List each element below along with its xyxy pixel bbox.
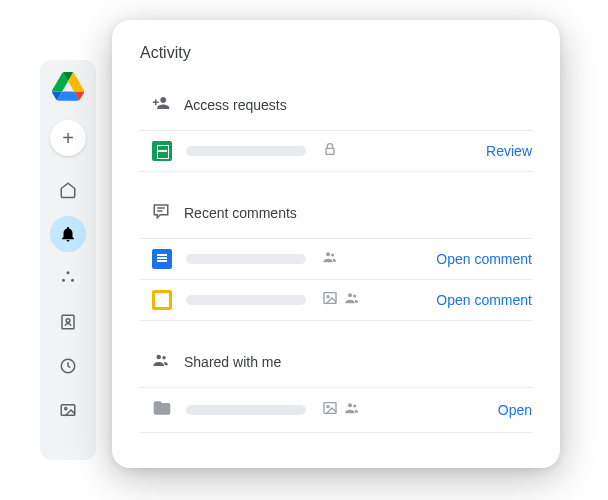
- image-icon: [322, 290, 338, 310]
- person-add-icon: [152, 94, 170, 116]
- folder-icon: [152, 398, 172, 422]
- file-name-placeholder: [186, 254, 306, 264]
- nav-activity[interactable]: [50, 216, 86, 252]
- section-label: Access requests: [184, 97, 287, 113]
- nav-recent[interactable]: [50, 348, 86, 384]
- file-name-placeholder: [186, 295, 306, 305]
- shared-row[interactable]: Open: [140, 387, 532, 433]
- section-header: Shared with me: [140, 343, 532, 387]
- section-access-requests: Access requests Review: [140, 86, 532, 172]
- people-icon: [152, 351, 170, 373]
- svg-point-15: [157, 355, 162, 360]
- comment-icon: [152, 202, 170, 224]
- section-recent-comments: Recent comments Open comment: [140, 194, 532, 321]
- people-icon: [322, 249, 338, 269]
- svg-point-14: [353, 294, 356, 297]
- panel-title: Activity: [140, 44, 532, 62]
- slides-file-icon: [152, 290, 172, 310]
- lock-icon: [322, 141, 338, 161]
- svg-point-10: [331, 253, 334, 256]
- open-comment-action[interactable]: Open comment: [436, 251, 532, 267]
- docs-file-icon: [152, 249, 172, 269]
- section-shared-with-me: Shared with me Open: [140, 343, 532, 433]
- svg-rect-8: [326, 148, 334, 154]
- sidebar-rail: +: [40, 60, 96, 460]
- nav-photos[interactable]: [50, 392, 86, 428]
- add-button[interactable]: +: [50, 120, 86, 156]
- sheets-file-icon: [152, 141, 172, 161]
- open-action[interactable]: Open: [498, 402, 532, 418]
- review-action[interactable]: Review: [486, 143, 532, 159]
- file-name-placeholder: [186, 146, 306, 156]
- section-label: Shared with me: [184, 354, 281, 370]
- svg-point-4: [66, 319, 70, 323]
- svg-rect-11: [324, 293, 336, 304]
- nav-shared-drives[interactable]: [50, 260, 86, 296]
- svg-point-7: [65, 407, 67, 409]
- file-name-placeholder: [186, 405, 306, 415]
- comment-row[interactable]: Open comment: [140, 279, 532, 321]
- comment-row[interactable]: Open comment: [140, 238, 532, 279]
- svg-point-12: [327, 296, 329, 298]
- section-header: Access requests: [140, 86, 532, 130]
- drive-logo: [52, 72, 84, 104]
- svg-point-19: [348, 403, 352, 407]
- svg-point-13: [348, 293, 352, 297]
- svg-point-0: [67, 271, 70, 274]
- activity-panel: Activity Access requests Review Recen: [112, 20, 560, 468]
- nav-contacts[interactable]: [50, 304, 86, 340]
- nav-home[interactable]: [50, 172, 86, 208]
- svg-point-2: [71, 279, 74, 282]
- svg-point-1: [62, 279, 65, 282]
- section-header: Recent comments: [140, 194, 532, 238]
- open-comment-action[interactable]: Open comment: [436, 292, 532, 308]
- people-icon: [344, 400, 360, 420]
- image-icon: [322, 400, 338, 420]
- section-label: Recent comments: [184, 205, 297, 221]
- access-request-row[interactable]: Review: [140, 130, 532, 172]
- svg-point-9: [326, 252, 330, 256]
- svg-rect-17: [324, 403, 336, 414]
- svg-point-20: [353, 404, 356, 407]
- people-icon: [344, 290, 360, 310]
- svg-point-18: [327, 406, 329, 408]
- svg-point-16: [162, 356, 165, 359]
